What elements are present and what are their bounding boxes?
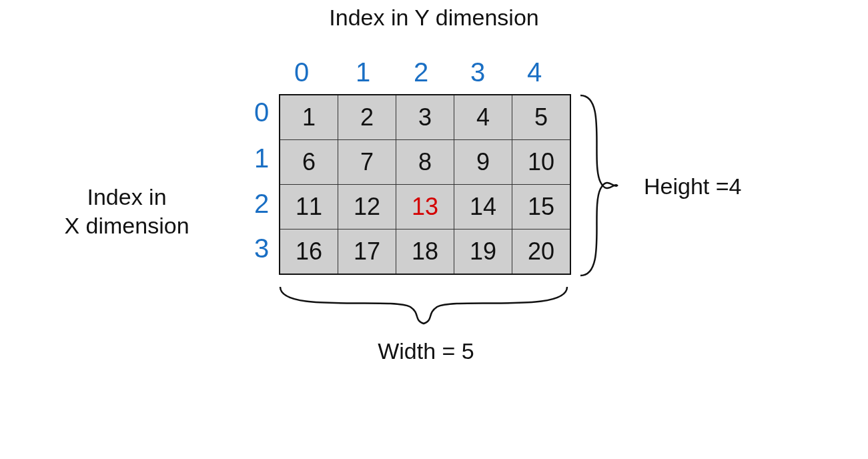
x-index-1: 1 [254,143,269,173]
cell-2-2: 13 [396,185,454,230]
x-index-0: 0 [254,97,269,127]
cell-3-2: 18 [396,230,454,275]
cell-3-0: 16 [280,230,338,275]
y-index-3: 3 [470,57,485,87]
y-index-1: 1 [356,57,370,87]
y-dimension-title: Index in Y dimension [0,3,868,32]
cell-2-4: 15 [512,185,571,230]
cell-0-2: 3 [396,95,454,140]
cell-1-4: 10 [512,140,571,185]
cell-2-0: 11 [280,185,338,230]
y-index-2: 2 [414,57,428,87]
cell-0-1: 2 [338,95,396,140]
cell-0-4: 5 [512,95,571,140]
grid-table: 1 2 3 4 5 6 7 8 9 10 11 12 13 14 15 16 1… [279,94,571,275]
width-label: Width = 5 [0,337,852,366]
x-index-2: 2 [254,189,269,219]
cell-1-1: 7 [338,140,396,185]
y-index-4: 4 [527,57,542,87]
cell-1-0: 6 [280,140,338,185]
cell-1-2: 8 [396,140,454,185]
cell-3-3: 19 [454,230,512,275]
x-dimension-title: Index in X dimension [33,183,220,240]
cell-0-0: 1 [280,95,338,140]
cell-2-3: 14 [454,185,512,230]
cell-3-1: 17 [338,230,396,275]
cell-3-4: 20 [512,230,571,275]
x-index-3: 3 [254,234,269,264]
y-index-0: 0 [294,57,309,87]
height-label: Height =4 [644,172,742,201]
cell-1-3: 9 [454,140,512,185]
cell-2-1: 12 [338,185,396,230]
cell-0-3: 4 [454,95,512,140]
bottom-brace-icon [277,284,570,330]
right-brace-icon [577,92,624,279]
